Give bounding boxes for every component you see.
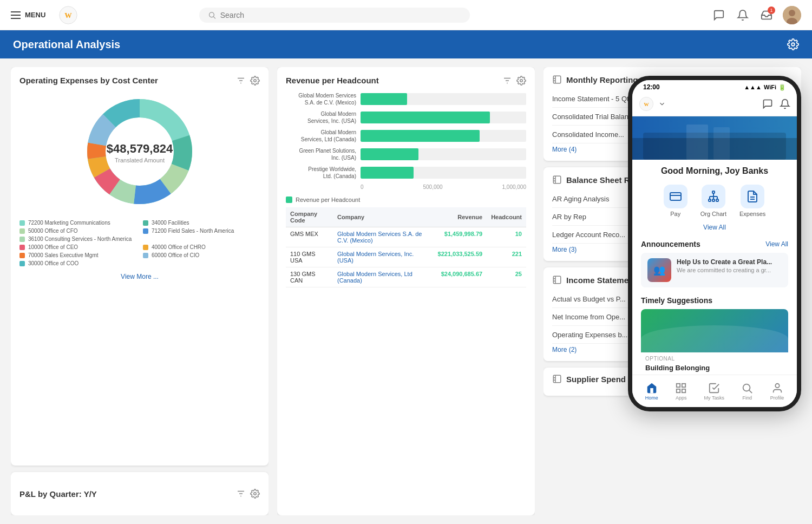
timely-header: Timely Suggestions	[641, 296, 788, 305]
bar-row-3: Global ModernServices, Ltd (Canada)	[286, 129, 526, 143]
donut-chart: $48,579,824 Translated Amount	[19, 92, 260, 213]
dropdown-icon[interactable]	[658, 100, 666, 108]
revenue-title: Revenue per Headcount	[286, 76, 379, 85]
legend-item-5: 36100 Consulting Services - North Americ…	[19, 236, 260, 242]
legend-item-2: 34000 Facilities	[143, 220, 260, 226]
view-more-link[interactable]: View More ...	[19, 273, 260, 280]
announcement-thumb: 👥	[647, 258, 671, 282]
svg-rect-41	[713, 127, 730, 160]
phone-overlay: 12:00 ▲▲▲ WiFi 🔋 w	[628, 76, 801, 411]
svg-point-27	[254, 493, 257, 495]
col-2: Revenue per Headcount Global Modern Serv…	[277, 67, 535, 515]
legend-item-1: 72200 Marketing Communications	[19, 220, 136, 226]
phone-greeting: Good Morning, Joy Banks	[632, 160, 797, 180]
col-headcount: Headcount	[487, 207, 526, 227]
suggestions-card[interactable]: OPTIONAL Building Belonging	[641, 309, 788, 376]
bar-chart: Global Modern ServicesS.A. de C.V. (Mexi…	[286, 92, 526, 190]
search-input[interactable]	[220, 11, 461, 19]
search-icon	[208, 11, 216, 19]
apps-icon	[675, 382, 687, 394]
phone-quick-actions: Pay Org Chart	[632, 180, 797, 221]
filter-icon-pl[interactable]	[236, 489, 246, 499]
svg-line-3	[213, 16, 215, 18]
phone-header-icons	[762, 99, 790, 109]
svg-rect-35	[553, 375, 561, 383]
bar-legend: Revenue per Headcount	[286, 196, 526, 203]
page-header: Operational Analysis	[0, 30, 812, 58]
svg-point-11	[254, 80, 257, 82]
search-bar[interactable]	[199, 8, 470, 23]
filter-icon[interactable]	[236, 76, 246, 86]
phone-nav-tasks[interactable]: My Tasks	[704, 382, 724, 401]
workday-logo[interactable]: w	[58, 5, 78, 25]
revenue-card-header: Revenue per Headcount	[286, 76, 526, 86]
binder-icon	[552, 75, 562, 84]
svg-rect-38	[632, 116, 797, 160]
inbox-icon[interactable]: 1	[759, 8, 774, 23]
menu-icon[interactable]	[11, 11, 21, 19]
opex-icons	[236, 76, 260, 86]
suggestions-bg	[641, 309, 788, 352]
svg-rect-58	[682, 389, 685, 392]
income-icon	[552, 275, 562, 285]
legend-item-10: 30000 Office of COO	[19, 260, 136, 266]
phone-nav-home[interactable]: Home	[645, 382, 658, 401]
svg-point-61	[775, 383, 779, 387]
table-row: GMS MEX Global Modern Services S.A. de C…	[286, 227, 526, 247]
message-icon[interactable]	[711, 8, 726, 23]
gear-icon[interactable]	[250, 76, 260, 86]
svg-point-23	[106, 118, 173, 185]
find-icon	[741, 382, 753, 394]
phone-time: 12:00	[643, 83, 660, 91]
phone-action-pay[interactable]: Pay	[664, 185, 687, 217]
phone-nav-apps[interactable]: Apps	[675, 382, 687, 401]
top-nav: MENU w 1	[0, 0, 812, 30]
legend-item-4: 71200 Field Sales - North America	[143, 228, 260, 234]
pl-icons	[236, 489, 260, 499]
phone-view-all[interactable]: View All	[632, 221, 797, 235]
phone-nav-find[interactable]: Find	[741, 382, 753, 401]
filter-icon-rev[interactable]	[502, 76, 512, 86]
svg-point-59	[743, 384, 750, 391]
gear-icon-rev[interactable]	[516, 76, 526, 86]
phone-action-org[interactable]: Org Chart	[700, 185, 726, 217]
page-title: Operational Analysis	[13, 38, 120, 51]
phone-action-expenses[interactable]: Expenses	[739, 185, 765, 217]
revenue-icons	[502, 76, 526, 86]
legend-item-6: 10000 Office of CEO	[19, 244, 136, 250]
user-avatar[interactable]	[783, 6, 801, 24]
announcements-header: Announcements View All	[641, 240, 788, 248]
legend-item-8: 70000 Sales Executive Mgmt	[19, 252, 136, 258]
legend-item-3: 50000 Office of CFO	[19, 228, 136, 234]
announcements-view-all[interactable]: View All	[765, 240, 788, 248]
notification-icon[interactable]	[735, 8, 750, 23]
bar-axis: 0500,0001,000,000	[286, 184, 526, 190]
opex-title: Operating Expenses by Cost Center	[19, 76, 158, 85]
phone-wd-logo[interactable]: w	[639, 96, 654, 112]
phone-status-bar: 12:00 ▲▲▲ WiFi 🔋	[632, 80, 797, 94]
legend-item-7: 40000 Office of CHRO	[143, 244, 260, 250]
announcement-card: 👥 Help Us to Create a Great Pla... We ar…	[641, 253, 788, 287]
revenue-table: Company Code Company Revenue Headcount G…	[286, 207, 526, 287]
svg-rect-42	[670, 193, 681, 200]
phone-message-icon[interactable]	[762, 99, 773, 109]
col-company: Company	[333, 207, 434, 227]
svg-rect-33	[553, 176, 561, 184]
svg-line-60	[749, 390, 752, 393]
bar-row-2: Global ModernServices, Inc. (USA)	[286, 110, 526, 125]
settings-icon[interactable]	[787, 38, 799, 50]
opex-card-header: Operating Expenses by Cost Center	[19, 76, 260, 86]
menu-label[interactable]: MENU	[25, 11, 45, 19]
nav-left: MENU w	[11, 5, 78, 25]
inbox-badge: 1	[768, 6, 775, 14]
phone-nav-profile[interactable]: Profile	[770, 382, 784, 401]
phone-notification-icon[interactable]	[780, 99, 790, 109]
opex-legend: 72200 Marketing Communications 34000 Fac…	[19, 220, 260, 266]
svg-point-7	[791, 43, 795, 46]
gear-icon-pl[interactable]	[250, 489, 260, 499]
svg-rect-57	[677, 389, 680, 392]
svg-rect-46	[712, 199, 715, 201]
table-row: 130 GMS CAN Global Modern Services, Ltd …	[286, 267, 526, 287]
supplier-icon	[552, 374, 562, 384]
bar-row-1: Global Modern ServicesS.A. de C.V. (Mexi…	[286, 92, 526, 106]
